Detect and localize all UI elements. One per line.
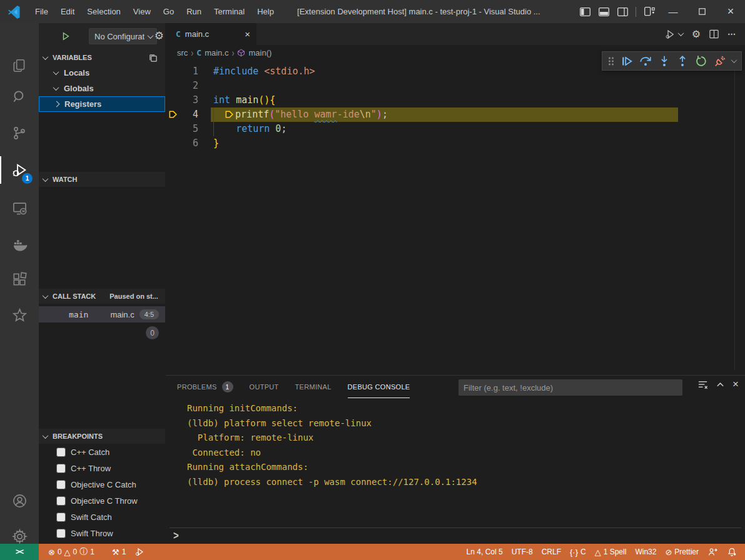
- source-control-icon[interactable]: [0, 118, 39, 148]
- debug-toolbar-chevron-icon[interactable]: [731, 57, 737, 63]
- remote-indicator[interactable]: ><: [0, 544, 39, 560]
- toggle-primary-sidebar-icon[interactable]: [575, 0, 594, 23]
- breakpoint-row[interactable]: C++ Throw: [39, 460, 165, 476]
- formatter-status[interactable]: ⊘ Prettier: [661, 544, 703, 560]
- debug-configuration-dropdown[interactable]: No Configurat: [89, 28, 157, 44]
- panel-tab-problems[interactable]: PROBLEMS1: [177, 376, 233, 398]
- breakpoint-checkbox[interactable]: [56, 480, 66, 489]
- line-number[interactable]: 3: [166, 93, 198, 108]
- language-mode[interactable]: {·} C: [565, 544, 590, 560]
- breadcrumb-symbol[interactable]: main(): [248, 48, 271, 58]
- run-and-debug-icon[interactable]: 1: [0, 155, 39, 185]
- variables-scope-registers[interactable]: Registers: [39, 96, 165, 112]
- extensions-icon[interactable]: [0, 264, 39, 294]
- panel-tab-debug-console[interactable]: DEBUG CONSOLE: [348, 376, 410, 398]
- split-editor-icon[interactable]: [709, 29, 719, 39]
- breakpoint-row[interactable]: Objective C Throw: [39, 492, 165, 509]
- platform-target[interactable]: Win32: [631, 544, 661, 560]
- toolchain-status[interactable]: ⚒ 1: [108, 544, 130, 560]
- debug-status-icon-item[interactable]: [130, 544, 149, 560]
- code-editor[interactable]: 1#include <stdio.h>23int main(){4 printf…: [166, 61, 745, 375]
- minimize-button[interactable]: —: [659, 0, 687, 23]
- breakpoint-row[interactable]: Objective C Catch: [39, 476, 165, 492]
- console-filter-input[interactable]: [459, 379, 682, 396]
- code-line-3[interactable]: 3int main(){: [166, 93, 745, 108]
- menu-help[interactable]: Help: [251, 4, 280, 20]
- code-line-4[interactable]: 4 printf("hello wamr-ide\n");: [166, 108, 745, 122]
- close-panel-icon[interactable]: ×: [732, 378, 739, 391]
- feedback-icon-item[interactable]: [703, 544, 722, 560]
- variables-scope-locals[interactable]: Locals: [39, 65, 165, 81]
- problems-status[interactable]: ⊗ 0 △ 0 ⓘ 1: [44, 544, 99, 560]
- start-debug-icon[interactable]: [61, 32, 70, 41]
- breakpoint-checkbox[interactable]: [56, 464, 66, 473]
- panel-tab-output[interactable]: OUTPUT: [250, 376, 279, 398]
- code-line-6[interactable]: 6}: [166, 136, 745, 151]
- disconnect-button[interactable]: [713, 54, 727, 68]
- docker-icon[interactable]: [0, 230, 39, 260]
- code-line-5[interactable]: 5 return 0;: [166, 122, 745, 136]
- tab-main-c[interactable]: C main.c ×: [166, 23, 256, 45]
- breakpoint-checkbox[interactable]: [56, 529, 66, 538]
- run-or-debug-button[interactable]: [664, 29, 683, 40]
- clear-console-icon[interactable]: [697, 379, 708, 390]
- menu-view[interactable]: View: [127, 4, 157, 20]
- toolbar-drag-grip[interactable]: [607, 56, 615, 66]
- breadcrumb-folder[interactable]: src: [177, 48, 188, 58]
- maximize-button[interactable]: [687, 0, 716, 23]
- search-icon[interactable]: [0, 82, 39, 112]
- panel-tab-terminal[interactable]: TERMINAL: [295, 376, 332, 398]
- line-number[interactable]: 1: [166, 64, 198, 79]
- breakpoint-checkbox[interactable]: [56, 512, 66, 522]
- encoding[interactable]: UTF-8: [507, 544, 537, 560]
- breakpoint-row[interactable]: Swift Catch: [39, 509, 165, 525]
- line-number[interactable]: 4: [166, 108, 198, 122]
- editor-settings-gear-icon[interactable]: ⚙: [692, 28, 701, 40]
- close-tab-icon[interactable]: ×: [245, 29, 250, 39]
- customize-layout-icon[interactable]: [640, 0, 659, 23]
- step-over-button[interactable]: [639, 54, 652, 68]
- variables-section-header[interactable]: VARIABLES: [39, 50, 165, 65]
- console-input-row[interactable]: >: [170, 528, 741, 542]
- toggle-panel-icon[interactable]: [594, 0, 613, 23]
- breakpoint-checkbox[interactable]: [56, 496, 66, 506]
- cursor-position[interactable]: Ln 4, Col 5: [462, 544, 507, 560]
- remote-explorer-icon[interactable]: [0, 193, 39, 223]
- step-out-button[interactable]: [676, 54, 689, 68]
- code-line-2[interactable]: 2: [166, 79, 745, 93]
- stack-frame-row[interactable]: main main.c 4:5: [39, 306, 165, 322]
- eol-sequence[interactable]: CRLF: [537, 544, 565, 560]
- breakpoint-row[interactable]: C++ Catch: [39, 444, 165, 460]
- menu-terminal[interactable]: Terminal: [208, 4, 251, 20]
- accounts-icon[interactable]: [0, 486, 39, 516]
- menu-selection[interactable]: Selection: [81, 4, 126, 20]
- watch-section-header[interactable]: WATCH: [39, 172, 165, 187]
- breakpoint-row[interactable]: Swift Throw: [39, 525, 165, 541]
- copy-value-icon[interactable]: [148, 53, 158, 62]
- line-number[interactable]: 5: [166, 122, 198, 136]
- breadcrumb-file[interactable]: main.c: [205, 48, 228, 58]
- open-launch-config-gear-icon[interactable]: ⚙: [155, 29, 164, 42]
- panel-tabs: PROBLEMS1OUTPUTTERMINALDEBUG CONSOLE: [166, 376, 410, 398]
- favorites-star-icon[interactable]: [0, 300, 39, 330]
- variables-scope-globals[interactable]: Globals: [39, 81, 165, 96]
- step-into-button[interactable]: [657, 54, 671, 68]
- menu-edit[interactable]: Edit: [54, 4, 81, 20]
- more-actions-icon[interactable]: ⋯: [727, 29, 736, 39]
- call-stack-section-header[interactable]: CALL STACK Paused on st...: [39, 289, 165, 304]
- menu-file[interactable]: File: [29, 4, 54, 20]
- notifications-bell-item[interactable]: [722, 544, 741, 560]
- line-number[interactable]: 2: [166, 79, 198, 93]
- line-number[interactable]: 6: [166, 136, 198, 151]
- restart-button[interactable]: [694, 54, 708, 68]
- close-window-button[interactable]: ×: [716, 0, 745, 23]
- toggle-secondary-sidebar-icon[interactable]: [613, 0, 632, 23]
- menu-run[interactable]: Run: [180, 4, 208, 20]
- spell-checker-status[interactable]: △ 1 Spell: [590, 544, 631, 560]
- breakpoints-section-header[interactable]: BREAKPOINTS: [39, 429, 165, 444]
- breakpoint-checkbox[interactable]: [56, 448, 66, 457]
- maximize-panel-icon[interactable]: [716, 380, 725, 389]
- explorer-icon[interactable]: [0, 51, 39, 81]
- menu-go[interactable]: Go: [157, 4, 180, 20]
- continue-button[interactable]: [620, 54, 634, 68]
